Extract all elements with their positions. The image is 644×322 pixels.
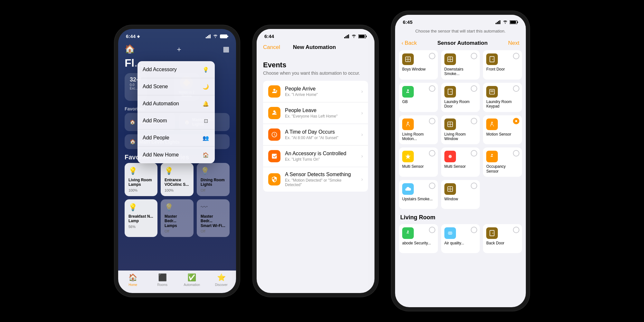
sensor-downstairs-smoke[interactable]: Downstairs Smoke... xyxy=(441,50,480,80)
svg-point-46 xyxy=(491,154,493,155)
acc-tile-0[interactable]: 💡 Living RoomLamps 100% xyxy=(125,163,157,196)
phone1-nav: 🏠 ＋ ▦ xyxy=(118,42,236,57)
tab-home-icon: 🏠 xyxy=(128,273,137,282)
audio-icon[interactable]: ▦ xyxy=(223,45,230,53)
motion-sensor-icon-svg xyxy=(489,121,495,128)
svg-rect-1 xyxy=(207,36,208,38)
sensor-living-window[interactable]: Living Room Window xyxy=(441,115,480,145)
downstairs-smoke-icon xyxy=(444,53,456,65)
acc-icon-1: 💡 xyxy=(165,167,190,175)
event-acc-name: An Accessory is Controlled xyxy=(285,151,357,156)
acc-tile-4[interactable]: 💡 Master Bedr...Lamps Off xyxy=(161,199,194,237)
tab-automation[interactable]: ✅ Automation xyxy=(177,273,207,287)
dropdown-add-automation[interactable]: Add Automation 🔔 xyxy=(137,95,215,112)
sensor-occupancy[interactable]: Occupancy Sensor xyxy=(483,147,522,177)
acc-icon-0: 💡 xyxy=(128,167,154,175)
sensor-grid-living-room: abode Security... Air quality... xyxy=(399,223,522,254)
boys-window-radio[interactable] xyxy=(429,53,435,59)
tab-rooms-icon: ⬛ xyxy=(158,273,167,282)
svg-point-28 xyxy=(493,59,494,60)
sensor-motion-sensor[interactable]: Motion Sensor xyxy=(483,115,522,145)
multi-1-radio[interactable] xyxy=(429,150,435,156)
living-motion-radio[interactable] xyxy=(429,118,435,124)
laundry-keypad-radio[interactable] xyxy=(513,85,519,92)
sensor-living-motion[interactable]: Living Room Motion... xyxy=(399,115,438,145)
phone2-status-bar: 6:44 xyxy=(257,29,374,42)
tab-rooms[interactable]: ⬛ Rooms xyxy=(148,273,177,287)
gb-label: GB xyxy=(402,99,408,104)
svg-point-43 xyxy=(491,122,493,123)
acc-tile-3[interactable]: 💡 Breakfast N...Lamp 56% xyxy=(125,199,157,237)
add-scene-label: Add Scene xyxy=(143,84,168,90)
gb-radio[interactable] xyxy=(429,85,435,92)
living-window-label: Living Room Window xyxy=(444,132,477,141)
svg-rect-7 xyxy=(344,37,345,38)
event-people-arrive[interactable]: People Arrive Ex. "I Arrive Home" › xyxy=(263,81,368,102)
abode-radio[interactable] xyxy=(429,227,435,233)
laundry-door-radio[interactable] xyxy=(471,85,477,92)
sensor-air-quality[interactable]: Air quality... xyxy=(441,224,480,253)
phone3-status-icons xyxy=(496,20,518,24)
accessory-icon xyxy=(271,153,278,159)
add-accessory-label: Add Accessory xyxy=(143,67,177,72)
event-acc-text: An Accessory is Controlled Ex. "Light Tu… xyxy=(285,151,357,162)
sensor-back-door[interactable]: Back Door xyxy=(483,224,522,253)
svg-rect-13 xyxy=(366,36,367,37)
sensor-multi-2[interactable]: Multi Sensor xyxy=(441,147,480,177)
sensor-multi-1[interactable]: Multi Sensor xyxy=(399,147,438,177)
sensor-abode[interactable]: abode Security... xyxy=(399,224,438,253)
dropdown-add-people[interactable]: Add People 👥 xyxy=(137,129,215,147)
downstairs-smoke-radio[interactable] xyxy=(471,53,477,59)
back-button[interactable]: ‹ Back xyxy=(402,40,417,46)
svg-point-34 xyxy=(492,90,493,91)
dropdown-add-accessory[interactable]: Add Accessory 💡 xyxy=(137,61,215,78)
sensor-laundry-door[interactable]: Laundry Room Door xyxy=(441,83,480,112)
svg-rect-17 xyxy=(499,20,500,24)
accessories-grid: 💡 Living RoomLamps 100% 💡 EntranceVOColi… xyxy=(118,163,236,237)
acc-tile-2[interactable]: 💡 Dining RoomLights Off xyxy=(197,163,230,196)
event-time-of-day[interactable]: A Time of Day Occurs Ex. "At 8:00 AM" or… xyxy=(263,124,368,146)
smoke-icon xyxy=(447,56,453,62)
phone3-nav-title: Sensor Automation xyxy=(437,40,488,46)
living-window-icon-svg xyxy=(447,121,453,128)
people-leave-icon-wrap xyxy=(268,107,280,119)
front-door-radio[interactable] xyxy=(513,53,519,59)
acc-tile-5[interactable]: 〰 Master Bedr...Smart Wi-Fi... Off xyxy=(197,199,230,237)
tab-discover-icon: ⭐ xyxy=(217,273,226,282)
air-quality-radio[interactable] xyxy=(471,227,477,233)
sensor-upstairs-smoke[interactable]: Upstairs Smoke... xyxy=(399,180,438,209)
acc-name-3: Breakfast N...Lamp xyxy=(128,214,154,223)
dropdown-add-room[interactable]: Add Room ⊡ xyxy=(137,112,215,129)
people-icon: 👥 xyxy=(202,134,210,142)
sensor-boys-window[interactable]: Boys Window xyxy=(399,50,438,80)
svg-rect-20 xyxy=(517,22,518,23)
tab-home[interactable]: 🏠 Home xyxy=(118,273,148,287)
dropdown-add-scene[interactable]: Add Scene 🌙 xyxy=(137,78,215,95)
motion-sensor-radio[interactable] xyxy=(513,118,519,124)
event-sensor-example: Ex. "Motion Detected" or "Smoke Detected… xyxy=(285,178,357,187)
back-door-radio[interactable] xyxy=(513,227,519,233)
tab-discover[interactable]: ⭐ Discover xyxy=(207,273,236,287)
svg-point-29 xyxy=(407,89,409,91)
acc-tile-1[interactable]: 💡 EntranceVOColinc S... 100% xyxy=(161,163,194,196)
occupancy-radio[interactable] xyxy=(513,150,519,156)
sensor-gb[interactable]: GB xyxy=(399,83,438,112)
cancel-button[interactable]: Cancel xyxy=(263,44,280,51)
window-only-radio[interactable] xyxy=(471,183,477,189)
upstairs-smoke-radio[interactable] xyxy=(429,183,435,189)
phone2-nav-title: New Automation xyxy=(293,44,336,51)
event-people-leave[interactable]: People Leave Ex. "Everyone Has Left Home… xyxy=(263,102,368,124)
dropdown-add-home[interactable]: Add New Home 🏠 xyxy=(137,147,215,163)
add-button[interactable]: ＋ xyxy=(175,44,183,54)
living-window-radio[interactable] xyxy=(471,118,477,124)
event-accessory-controlled[interactable]: An Accessory is Controlled Ex. "Light Tu… xyxy=(263,146,368,167)
sensor-laundry-keypad[interactable]: Laundry Room Keypad xyxy=(483,83,522,112)
sensor-front-door[interactable]: Front Door xyxy=(483,50,522,80)
next-button[interactable]: Next xyxy=(508,40,519,46)
sensor-window[interactable]: Window xyxy=(441,180,480,209)
event-sensor-detects[interactable]: A Sensor Detects Something Ex. "Motion D… xyxy=(263,167,368,192)
cloud-icon xyxy=(405,186,411,192)
multi-2-radio[interactable] xyxy=(471,150,477,156)
acc-status-2: Off xyxy=(201,188,226,192)
acc-name-4: Master Bedr...Lamps xyxy=(165,214,190,228)
